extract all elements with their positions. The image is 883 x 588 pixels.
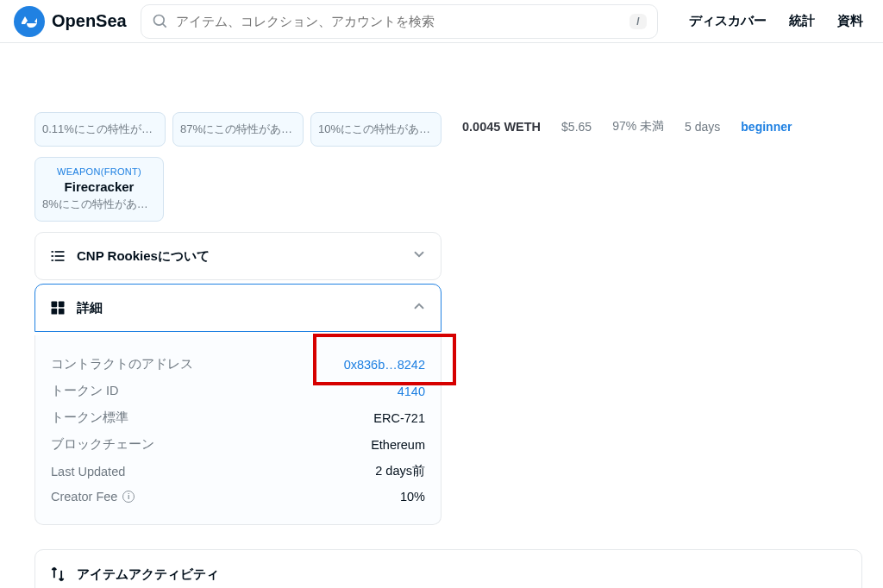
search-bar[interactable]: /	[141, 4, 658, 39]
trait-row: 0.11%にこの特性があ… 87%にこの特性があり… 10%にこの特性があり…	[34, 112, 442, 147]
svg-rect-6	[55, 255, 65, 257]
offer-price: 0.0045 WETH	[462, 120, 541, 134]
detail-label: トークン標準	[51, 410, 128, 426]
nav-stats[interactable]: 統計	[789, 13, 815, 29]
svg-rect-4	[55, 251, 65, 253]
svg-point-0	[14, 6, 45, 37]
accordion-details: 詳細	[34, 284, 442, 332]
logo-text: OpenSea	[52, 11, 127, 31]
offer-from-link[interactable]: beginner	[741, 120, 792, 134]
detail-value: 2 days前	[375, 463, 425, 479]
svg-point-1	[153, 15, 164, 25]
offer-usd: $5.65	[561, 120, 592, 134]
nav-links: ディスカバー 統計 資料	[689, 13, 863, 29]
main-content: 0.11%にこの特性があ… 87%にこの特性があり… 10%にこの特性があり… …	[0, 112, 883, 588]
trait-rarity: 87%にこの特性があり…	[180, 122, 296, 137]
accordion-about-header[interactable]: CNP Rookiesについて	[35, 233, 441, 279]
search-shortcut-badge: /	[629, 14, 646, 29]
detail-value: 10%	[400, 490, 425, 504]
detail-row-updated: Last Updated 2 days前	[51, 458, 425, 485]
offer-expiration: 5 days	[685, 120, 720, 134]
chevron-down-icon	[411, 247, 427, 266]
detail-label: コントラクトのアドレス	[51, 356, 193, 372]
detail-label: Creator Fee i	[51, 490, 135, 504]
svg-rect-3	[52, 251, 54, 253]
right-column: 0.0045 WETH $5.65 97% 未満 5 days beginner	[462, 112, 849, 588]
svg-rect-10	[59, 302, 65, 308]
detail-value: ERC-721	[373, 411, 425, 425]
nav-discover[interactable]: ディスカバー	[689, 13, 767, 29]
trait-rarity: 10%にこの特性があり…	[318, 122, 434, 137]
trait-card[interactable]: WEAPON(FRONT) Firecracker 8%にこの特性があり…	[34, 157, 164, 222]
swap-icon	[49, 566, 66, 583]
svg-rect-8	[55, 260, 65, 261]
accordion-details-title: 詳細	[77, 300, 103, 316]
token-id-link[interactable]: 4140	[398, 385, 425, 398]
detail-row-token-id: トークン ID 4140	[51, 378, 425, 404]
trait-row: WEAPON(FRONT) Firecracker 8%にこの特性があり…	[34, 157, 442, 222]
svg-rect-11	[52, 309, 58, 315]
detail-row-contract: コントラクトのアドレス 0x836b…8242	[51, 351, 425, 378]
details-body: コントラクトのアドレス 0x836b…8242 トークン ID 4140 トーク…	[34, 335, 442, 525]
details-icon	[49, 299, 66, 316]
chevron-up-icon	[411, 298, 427, 317]
svg-line-2	[162, 23, 166, 27]
trait-category: WEAPON(FRONT)	[42, 166, 156, 177]
offer-row: 0.0045 WETH $5.65 97% 未満 5 days beginner	[462, 119, 849, 134]
accordion-activity-title: アイテムアクティビティ	[77, 566, 219, 583]
trait-rarity: 8%にこの特性があり…	[42, 197, 156, 212]
accordion-details-header[interactable]: 詳細	[35, 285, 441, 331]
trait-card[interactable]: 10%にこの特性があり…	[310, 112, 442, 147]
svg-rect-9	[52, 302, 58, 308]
left-column: 0.11%にこの特性があ… 87%にこの特性があり… 10%にこの特性があり… …	[34, 112, 442, 588]
detail-row-creator-fee: Creator Fee i 10%	[51, 485, 425, 509]
detail-label: Last Updated	[51, 465, 125, 479]
nav-resources[interactable]: 資料	[837, 13, 863, 29]
detail-label: トークン ID	[51, 383, 119, 399]
list-icon	[49, 247, 66, 265]
accordion-about: CNP Rookiesについて	[34, 232, 442, 280]
logo[interactable]: OpenSea	[14, 6, 127, 37]
trait-card[interactable]: 87%にこの特性があり…	[172, 112, 304, 147]
contract-address-link[interactable]: 0x836b…8242	[344, 358, 425, 372]
trait-value: Firecracker	[42, 179, 156, 194]
detail-row-token-standard: トークン標準 ERC-721	[51, 404, 425, 431]
svg-rect-7	[52, 260, 54, 261]
trait-rarity: 0.11%にこの特性があ…	[42, 122, 158, 137]
detail-value: Ethereum	[371, 438, 425, 452]
trait-card[interactable]: 0.11%にこの特性があ…	[34, 112, 166, 147]
search-input[interactable]	[176, 14, 623, 28]
offer-floor-diff: 97% 未満	[612, 119, 664, 134]
app-header: OpenSea / ディスカバー 統計 資料	[0, 0, 883, 43]
accordion-about-title: CNP Rookiesについて	[77, 248, 210, 265]
detail-label: ブロックチェーン	[51, 436, 154, 453]
svg-rect-12	[59, 309, 65, 315]
fee-label-text: Creator Fee	[51, 490, 117, 504]
info-icon[interactable]: i	[122, 491, 135, 503]
svg-rect-5	[52, 255, 54, 257]
opensea-logo-icon	[14, 6, 45, 37]
detail-row-chain: ブロックチェーン Ethereum	[51, 431, 425, 458]
search-icon	[152, 13, 169, 30]
